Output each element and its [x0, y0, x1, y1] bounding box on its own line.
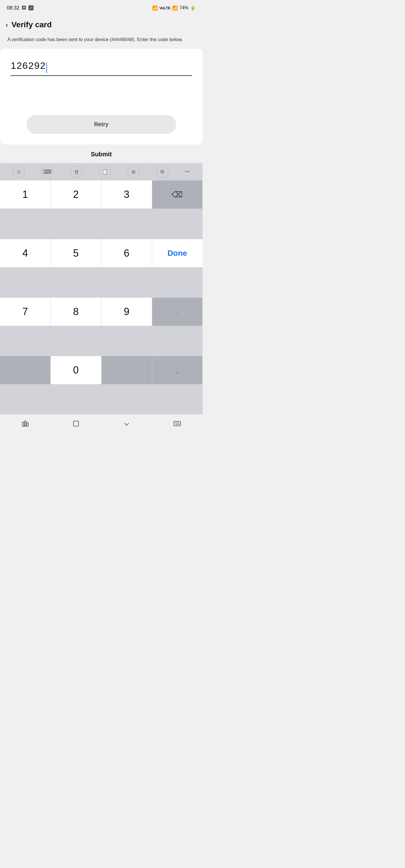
- text-cursor: [47, 62, 47, 73]
- clipboard-icon[interactable]: 📋: [99, 165, 111, 178]
- svg-rect-3: [74, 421, 79, 426]
- check-icon: ✓: [28, 5, 33, 10]
- status-bar: 08:32 🖼 ✓ 📶 VoLTE 📶 74% 🔋: [0, 0, 202, 14]
- retry-button[interactable]: Retry: [26, 115, 176, 134]
- settings-icon[interactable]: ⚙: [156, 165, 169, 178]
- more-options-icon[interactable]: ···: [185, 168, 190, 176]
- key-3[interactable]: 3: [102, 181, 152, 209]
- time-display: 08:32: [7, 5, 20, 11]
- key-1[interactable]: 1: [0, 181, 50, 209]
- battery-level: 74%: [179, 5, 189, 10]
- key-4[interactable]: 4: [0, 239, 50, 267]
- done-key[interactable]: Done: [152, 239, 202, 267]
- key-6[interactable]: 6: [102, 239, 152, 267]
- battery-icon: 🔋: [190, 5, 196, 11]
- text-edit-icon[interactable]: T∫: [70, 165, 82, 178]
- numeric-keyboard: 1 2 3 ⌫ 4 5 6 Done 7 8 9 . 0 ,: [0, 181, 202, 414]
- submit-button[interactable]: Submit: [91, 151, 112, 158]
- key-9[interactable]: 9: [102, 298, 152, 326]
- key-8[interactable]: 8: [51, 298, 101, 326]
- input-underline: [11, 75, 192, 76]
- svg-rect-2: [27, 423, 28, 426]
- recent-apps-button[interactable]: [21, 420, 29, 428]
- comma-key[interactable]: ,: [152, 356, 202, 384]
- key-0[interactable]: 0: [51, 356, 101, 384]
- code-input-wrapper: 126292: [11, 60, 192, 78]
- lte-icon: VoLTE: [160, 6, 170, 10]
- backspace-icon: ⌫: [172, 190, 183, 199]
- status-time: 08:32 🖼 ✓: [7, 5, 33, 11]
- number-pad-icon[interactable]: ⊞: [127, 165, 140, 178]
- keyboard-toolbar: ☺ ⌨ T∫ 📋 ⊞ ⚙ ···: [0, 163, 202, 181]
- signal-icon: 📶: [172, 5, 178, 11]
- keyboard-layout-icon[interactable]: ⌨: [41, 165, 54, 178]
- key-2[interactable]: 2: [51, 181, 101, 209]
- key-7[interactable]: 7: [0, 298, 50, 326]
- code-value: 126292: [11, 60, 46, 71]
- page-title: Verify card: [11, 20, 52, 29]
- submit-area: Submit: [0, 145, 202, 163]
- key-empty-left: [0, 356, 50, 384]
- svg-rect-0: [23, 422, 24, 426]
- back-nav-button[interactable]: [123, 420, 131, 428]
- description-text: A verification code has been sent to you…: [0, 34, 202, 49]
- svg-rect-4: [174, 421, 180, 426]
- verification-card: 126292 Retry: [0, 49, 202, 145]
- home-button[interactable]: [72, 420, 80, 428]
- status-indicators: 📶 VoLTE 📶 74% 🔋: [152, 5, 196, 11]
- wifi-icon: 📶: [152, 5, 158, 11]
- dot-key[interactable]: .: [152, 298, 202, 326]
- key-5[interactable]: 5: [51, 239, 101, 267]
- key-empty-right: [102, 356, 152, 384]
- back-button[interactable]: ‹: [6, 21, 8, 28]
- svg-rect-1: [25, 421, 26, 426]
- gallery-icon: 🖼: [22, 5, 26, 10]
- navigation-bar: [0, 414, 202, 434]
- emoji-icon[interactable]: ☺: [13, 165, 25, 178]
- input-section: 126292: [8, 60, 195, 78]
- keyboard-nav-button[interactable]: [173, 420, 181, 428]
- backspace-key[interactable]: ⌫: [152, 181, 202, 209]
- page-header: ‹ Verify card: [0, 14, 202, 34]
